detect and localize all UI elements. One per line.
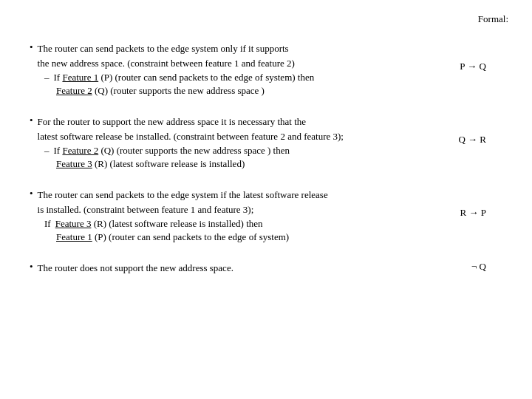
section-1: • The router can send packets to the edg…: [30, 41, 510, 97]
logic-p-q: P → Q: [460, 61, 486, 72]
logic-r-p: R → P: [460, 207, 486, 219]
section2-sub-line2: Feature 3 (R) (latest software release i…: [56, 158, 510, 170]
section1-main-text: The router can send packets to the edge …: [38, 41, 295, 70]
section3-sub-line2: Feature 1 (P) (router can send packets t…: [56, 231, 510, 243]
logic-not-q: ¬ Q: [471, 261, 486, 273]
section2-main: • For the router to support the new addr…: [30, 115, 510, 143]
section2-sub-line1: – If Feature 2 (Q) (router supports the …: [44, 145, 510, 157]
feature2-underline-a: Feature 2: [56, 85, 92, 96]
section1-sub: – If Feature 1 (P) (router can send pack…: [44, 72, 510, 97]
section2-main-text: For the router to support the new addres…: [38, 115, 344, 143]
section1-sub-text1: If Feature 1 (P) (router can send packet…: [54, 72, 315, 83]
if-label: If: [44, 218, 51, 230]
section3-sub-line1: If Feature 3 (R) (latest software releas…: [44, 218, 510, 230]
dash-2: –: [44, 145, 50, 157]
feature1-underline-b: Feature 1: [56, 231, 92, 242]
section2-sub-text1: If Feature 2 (Q) (router supports the ne…: [54, 145, 290, 157]
section4-main: • The router does not support the new ad…: [30, 261, 510, 276]
bullet-2: •: [30, 115, 33, 126]
section-2: • For the router to support the new addr…: [30, 115, 510, 170]
feature2-underline-b: Feature 2: [62, 145, 98, 156]
section1-main: • The router can send packets to the edg…: [30, 41, 510, 70]
logic-q-r: Q → R: [458, 134, 486, 146]
section2-sub: – If Feature 2 (Q) (router supports the …: [44, 145, 510, 170]
section-3: • The router can send packets to the edg…: [30, 188, 510, 243]
bullet-4: •: [30, 261, 33, 273]
dash-1: –: [44, 72, 50, 83]
bullet-3: •: [30, 188, 33, 200]
bullet-1: •: [30, 41, 33, 53]
section4-main-text: The router does not support the new addr…: [38, 261, 233, 276]
section3-sub-text1: Feature 3 (R) (latest software release i…: [55, 218, 263, 230]
section-4: • The router does not support the new ad…: [30, 261, 510, 276]
section3-main: • The router can send packets to the edg…: [30, 188, 510, 216]
section3-sub: If Feature 3 (R) (latest software releas…: [44, 218, 510, 243]
feature3-underline-a: Feature 3: [56, 158, 92, 169]
section3-main-text: The router can send packets to the edge …: [38, 188, 328, 216]
feature1-underline: Feature 1: [62, 72, 98, 83]
feature3-underline-b: Feature 3: [55, 218, 92, 229]
section1-sub-line1: – If Feature 1 (P) (router can send pack…: [44, 72, 510, 83]
formal-label: Formal:: [478, 13, 508, 25]
section1-sub-line2: Feature 2 (Q) (router supports the new a…: [56, 85, 510, 97]
page: Formal: • The router can send packets to…: [0, 0, 532, 399]
